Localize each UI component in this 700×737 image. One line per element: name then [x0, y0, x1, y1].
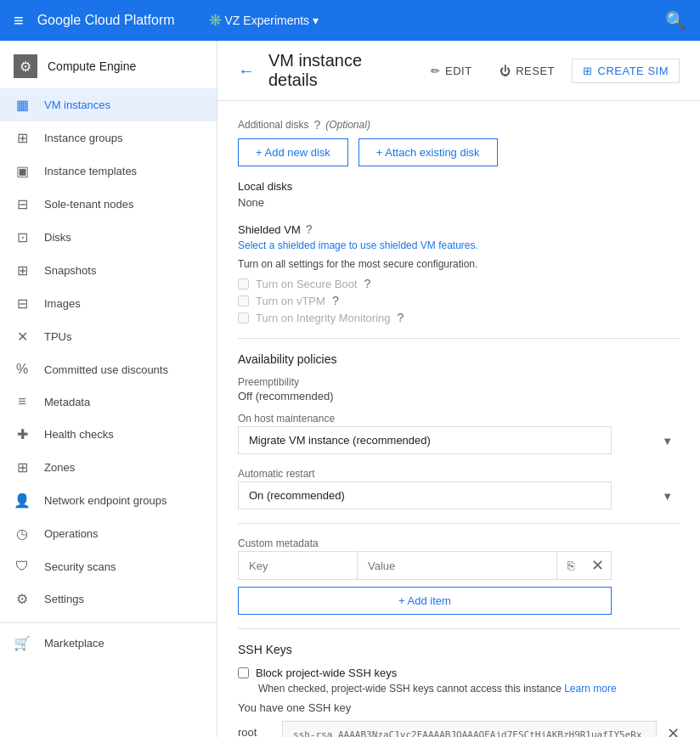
compute-engine-icon: ⚙	[14, 54, 37, 78]
sidebar-item-label: Instance groups	[44, 132, 123, 144]
images-icon: ⊟	[14, 295, 31, 312]
sidebar-item-label: Security scans	[44, 560, 116, 573]
sidebar-item-committed-use[interactable]: % Committed use discounts	[0, 353, 217, 385]
project-icon: ❋	[209, 11, 222, 30]
host-maintenance-dropdown-icon: ▼	[662, 434, 673, 447]
security-scans-icon: 🛡	[14, 559, 31, 574]
sidebar-item-zones[interactable]: ⊞ Zones	[0, 451, 217, 484]
sidebar-item-label: Committed use discounts	[44, 363, 168, 376]
search-icon[interactable]: 🔍	[665, 10, 686, 31]
sidebar-item-label: Disks	[44, 231, 71, 244]
project-selector[interactable]: ❋ VZ Experiments ▾	[209, 11, 319, 30]
preemptibility-label: Preemptibility	[238, 376, 680, 388]
edit-icon: ✏	[431, 65, 441, 77]
ssh-key-value: ssh-rsa AAAAB3NzaC1yc2EAAAABJQAAAQEAjd7E…	[282, 721, 657, 737]
shielded-vm-link-desc: Select a shielded image to use shielded …	[238, 239, 680, 251]
reset-icon: ⏻	[500, 65, 511, 77]
snapshots-icon: ⊞	[14, 262, 31, 278]
metadata-copy-button[interactable]: ⎘	[556, 552, 584, 579]
marketplace-icon: 🛒	[14, 635, 31, 651]
ssh-keys-description: When checked, project-wide SSH keys cann…	[258, 683, 680, 695]
operations-icon: ◷	[14, 526, 31, 542]
sidebar-item-label: Images	[44, 297, 81, 310]
sidebar-item-label: Network endpoint groups	[44, 494, 167, 507]
sidebar-item-disks[interactable]: ⊡ Disks	[0, 221, 217, 254]
host-maintenance-select[interactable]: Migrate VM instance (recommended) Termin…	[238, 426, 612, 454]
reset-button[interactable]: ⏻ RESET	[489, 59, 565, 82]
sidebar-item-settings[interactable]: ⚙ Settings	[0, 582, 217, 616]
edit-button[interactable]: ✏ EDIT	[421, 59, 483, 82]
block-ssh-keys-checkbox[interactable]	[238, 667, 249, 678]
vtpm-checkbox-row: Turn on vTPM ?	[238, 294, 680, 307]
additional-disks-label: Additional disks ? (Optional)	[238, 118, 680, 132]
sidebar-item-label: Zones	[44, 461, 75, 474]
integrity-label: Turn on Integrity Monitoring	[256, 312, 390, 324]
ssh-key-delete-button[interactable]: ✕	[667, 721, 680, 737]
sidebar-item-images[interactable]: ⊟ Images	[0, 287, 217, 320]
ssh-learn-more-link[interactable]: Learn more	[564, 683, 616, 695]
sidebar-item-label: Marketplace	[44, 637, 104, 650]
sidebar-item-sole-tenant-nodes[interactable]: ⊟ Sole-tenant nodes	[0, 188, 217, 221]
sidebar-item-label: VM instances	[44, 98, 110, 111]
create-sim-button[interactable]: ⊞ CREATE SIM	[572, 59, 680, 83]
health-checks-icon: ✚	[14, 426, 31, 442]
secure-boot-help-icon[interactable]: ?	[364, 277, 370, 290]
divider-3	[238, 628, 680, 629]
integrity-help-icon[interactable]: ?	[397, 311, 404, 324]
sidebar-item-operations[interactable]: ◷ Operations	[0, 517, 217, 550]
shielded-vm-header: Shielded VM ?	[238, 222, 680, 236]
optional-badge: (Optional)	[325, 119, 370, 131]
page-header: ← VM instance details ✏ EDIT ⏻ RESET ⊞ C…	[217, 41, 700, 101]
shielded-vm-group: Shielded VM ? Select a shielded image to…	[238, 222, 680, 324]
sidebar-item-security-scans[interactable]: 🛡 Security scans	[0, 550, 217, 582]
sidebar-item-instance-groups[interactable]: ⊞ Instance groups	[0, 121, 217, 155]
metadata-row: ⎘ ✕	[239, 552, 611, 579]
sidebar-item-marketplace[interactable]: 🛒 Marketplace	[0, 627, 217, 660]
metadata-icon: ≡	[14, 394, 31, 409]
ssh-keys-section: SSH Keys Block project-wide SSH keys Whe…	[238, 643, 680, 737]
page-title: VM instance details	[268, 51, 407, 90]
sidebar-item-tpus[interactable]: ✕ TPUs	[0, 320, 217, 353]
ssh-keys-title: SSH Keys	[238, 643, 680, 656]
secure-boot-checkbox[interactable]	[238, 278, 249, 290]
shielded-vm-label: Shielded VM	[238, 223, 301, 236]
host-maintenance-label: On host maintenance	[238, 413, 680, 425]
vtpm-help-icon[interactable]: ?	[332, 294, 339, 307]
secure-boot-checkbox-row: Turn on Secure Boot ?	[238, 277, 680, 290]
divider-2	[238, 523, 680, 524]
block-ssh-keys-label: Block project-wide SSH keys	[256, 667, 397, 679]
divider-1	[238, 338, 680, 339]
reset-label: RESET	[516, 65, 555, 77]
automatic-restart-select[interactable]: On (recommended) Off	[238, 481, 612, 509]
tpus-icon: ✕	[14, 329, 31, 345]
additional-disks-help-icon[interactable]: ?	[313, 118, 320, 132]
add-metadata-item-button[interactable]: + Add item	[238, 587, 612, 615]
vtpm-checkbox[interactable]	[238, 295, 249, 307]
sidebar-item-vm-instances[interactable]: ▦ VM instances	[0, 88, 217, 121]
sidebar-item-label: Instance templates	[44, 165, 137, 177]
app-logo: Google Cloud Platform	[37, 13, 175, 28]
attach-existing-disk-button[interactable]: + Attach existing disk	[358, 138, 498, 166]
add-new-disk-button[interactable]: + Add new disk	[238, 138, 348, 166]
back-button[interactable]: ←	[238, 61, 255, 81]
sidebar-item-health-checks[interactable]: ✚ Health checks	[0, 418, 217, 451]
sidebar-item-label: Health checks	[44, 428, 114, 441]
metadata-key-input[interactable]	[239, 553, 358, 579]
integrity-checkbox[interactable]	[238, 312, 249, 323]
automatic-restart-select-wrapper: On (recommended) Off ▼	[238, 481, 680, 509]
menu-icon[interactable]: ≡	[14, 11, 24, 31]
sidebar-item-label: Sole-tenant nodes	[44, 198, 134, 211]
availability-policies-title: Availability policies	[238, 352, 680, 366]
sidebar-item-label: Snapshots	[44, 264, 96, 277]
disks-icon: ⊡	[14, 229, 31, 245]
shielded-vm-help-icon[interactable]: ?	[306, 222, 313, 236]
top-navigation: ≡ Google Cloud Platform ❋ VZ Experiments…	[0, 0, 700, 41]
sidebar-item-snapshots[interactable]: ⊞ Snapshots	[0, 254, 217, 287]
sidebar-item-network-endpoint-groups[interactable]: 👤 Network endpoint groups	[0, 484, 217, 517]
sidebar-item-instance-templates[interactable]: ▣ Instance templates	[0, 155, 217, 188]
shielded-vm-link[interactable]: Select a shielded image to use shielded …	[238, 239, 478, 251]
metadata-delete-button[interactable]: ✕	[584, 552, 611, 579]
sidebar-item-metadata[interactable]: ≡ Metadata	[0, 385, 217, 418]
preemptibility-value: Off (recommended)	[238, 390, 680, 402]
metadata-value-input[interactable]	[358, 553, 556, 579]
